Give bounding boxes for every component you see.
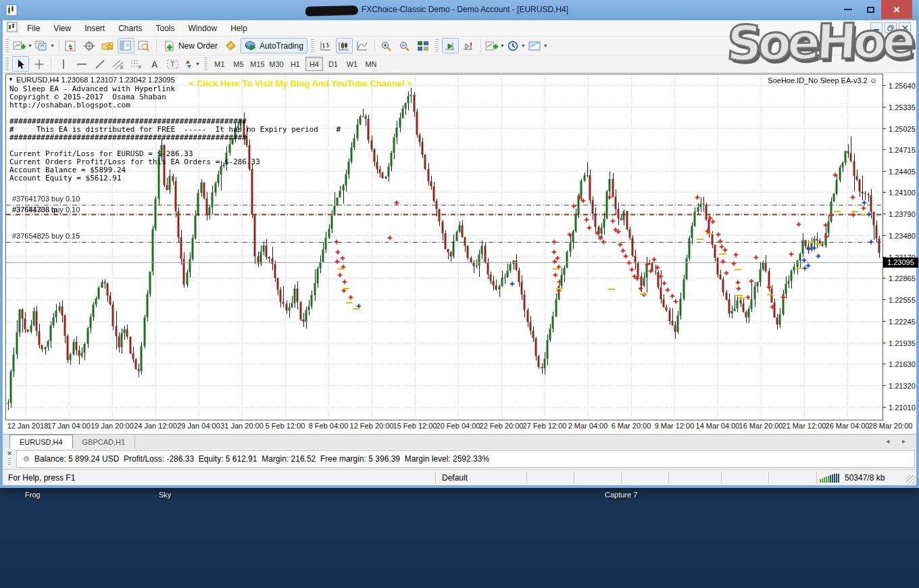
terminal-close-icon[interactable]: ✕ xyxy=(5,450,14,468)
ea-comment-block: No Sleep EA - Advanced with Hyperlink Co… xyxy=(9,85,341,182)
equidistant-channel-button[interactable]: E xyxy=(109,56,126,72)
zoom-out-button[interactable] xyxy=(397,38,414,53)
separator xyxy=(59,39,59,53)
date-tick-label: 26 Mar 04:00 xyxy=(824,422,871,430)
price-tick-label: 1.24715 xyxy=(889,146,916,154)
separator xyxy=(435,472,436,484)
auto-scroll-button[interactable] xyxy=(442,38,459,53)
templates-button[interactable]: ▼ xyxy=(528,38,549,53)
price-tick-mark xyxy=(883,192,886,193)
price-tick-label: 1.23480 xyxy=(889,232,916,240)
redacted-account-scribble xyxy=(305,5,358,16)
data-window-button[interactable] xyxy=(81,38,98,53)
app-icon xyxy=(5,4,18,19)
separator xyxy=(480,39,481,53)
date-tick-label: 19 Jan 20:00 xyxy=(89,422,136,430)
timeframe-d1[interactable]: D1 xyxy=(324,57,342,71)
metaeditor-button[interactable] xyxy=(222,38,239,53)
tile-windows-button[interactable] xyxy=(415,38,432,53)
terminal-balance-row: Balance: 5 899.24 USD Profit/Loss: -286.… xyxy=(16,450,915,468)
new-order-button[interactable]: New Order xyxy=(160,38,221,53)
svg-text:F: F xyxy=(139,65,141,70)
order-label-3: #37654825 buy 0.15 xyxy=(12,232,80,240)
horizontal-line-button[interactable] xyxy=(73,56,90,72)
text-label-button[interactable]: T xyxy=(164,56,181,72)
profiles-button[interactable]: ▼ xyxy=(34,38,55,53)
chevron-down-icon: ▼ xyxy=(28,43,32,48)
menu-item-file[interactable]: File xyxy=(20,22,47,35)
menu-item-help[interactable]: Help xyxy=(224,22,254,35)
toolbar-grip[interactable] xyxy=(435,39,439,53)
one-click-caret-icon[interactable]: ▼ xyxy=(8,76,14,82)
date-tick-label: 5 Feb 12:00 xyxy=(262,422,309,430)
arrows-button[interactable]: ▼ xyxy=(182,56,201,72)
price-tick-label: 1.21010 xyxy=(889,403,916,412)
tab-gbpcad-h1[interactable]: GBPCAD,H1 xyxy=(73,435,136,449)
menu-item-tools[interactable]: Tools xyxy=(149,22,182,35)
zoom-in-button[interactable] xyxy=(378,38,395,53)
chart-shift-button[interactable] xyxy=(460,38,477,53)
timeframe-m30[interactable]: M30 xyxy=(268,57,285,71)
candlestick-chart-button[interactable] xyxy=(336,38,353,53)
price-tick-mark xyxy=(883,107,886,107)
desktop-icon-label-frog[interactable]: Frog xyxy=(25,491,41,499)
timeframe-w1[interactable]: W1 xyxy=(343,57,361,71)
price-tick-label: 1.25025 xyxy=(889,125,916,133)
periods-button[interactable]: ▼ xyxy=(507,38,526,53)
separator xyxy=(156,39,157,53)
timeframe-m15[interactable]: M15 xyxy=(249,57,266,71)
profile-name[interactable]: Default xyxy=(442,473,468,483)
menu-item-window[interactable]: Window xyxy=(182,22,224,35)
separator xyxy=(51,57,51,71)
chevron-down-icon: ▼ xyxy=(50,43,55,48)
order-label-1: #37641703 buy 0.10 xyxy=(12,195,80,203)
date-tick-label: 27 Feb 12:00 xyxy=(521,422,568,430)
text-button[interactable]: A xyxy=(146,56,163,72)
date-axis: 12 Jan 201817 Jan 04:0019 Jan 20:0024 Ja… xyxy=(3,420,916,433)
autotrading-button[interactable]: AutoTrading xyxy=(241,38,307,53)
navigator-button[interactable] xyxy=(99,38,116,53)
tab-eurusd-h4[interactable]: EURUSD,H4 xyxy=(9,435,73,449)
indicators-button[interactable]: ▼ xyxy=(485,38,505,53)
strategy-tester-button[interactable] xyxy=(136,38,153,53)
fibonacci-button[interactable]: F xyxy=(128,56,145,72)
vertical-line-button[interactable] xyxy=(55,56,72,72)
trendline-button[interactable] xyxy=(91,56,108,72)
new-chart-button[interactable]: ▼ xyxy=(12,38,33,53)
cursor-button[interactable] xyxy=(12,56,29,72)
crosshair-button[interactable] xyxy=(30,56,47,72)
timeframe-h4[interactable]: H4 xyxy=(305,57,323,71)
date-tick-label: 29 Jan 04:00 xyxy=(175,422,222,430)
toolbar-grip[interactable] xyxy=(204,57,207,71)
menu-item-insert[interactable]: Insert xyxy=(78,22,111,35)
menu-item-view[interactable]: View xyxy=(47,22,78,35)
tab-scroll-arrows[interactable]: ◂ ▸ xyxy=(886,437,911,445)
terminal-button[interactable] xyxy=(118,38,134,53)
timeframe-m1[interactable]: M1 xyxy=(211,57,228,71)
ea-promo-link[interactable]: < Click Here To Visit My Blog And YouTub… xyxy=(189,78,412,89)
toolbar-grip[interactable] xyxy=(311,39,314,53)
date-tick-label: 12 Jan 2018 xyxy=(4,422,51,430)
price-tick-label: 1.22555 xyxy=(889,296,916,304)
resize-grip[interactable] xyxy=(906,475,916,485)
date-tick-label: 15 Feb 12:00 xyxy=(391,422,439,430)
window-title: FXChoice-Classic Demo - Demo Account - [… xyxy=(362,5,568,14)
price-tick-mark xyxy=(883,171,886,172)
market-watch-button[interactable] xyxy=(63,38,80,53)
desktop-icon-label-sky[interactable]: Sky xyxy=(159,491,171,499)
price-tick-mark xyxy=(883,321,886,322)
toolbar-grip[interactable] xyxy=(5,39,9,53)
timeframe-m5[interactable]: M5 xyxy=(230,57,247,71)
price-tick-label: 1.23790 xyxy=(889,210,916,218)
timeframe-group: M1M5M15M30H1H4D1W1MN xyxy=(210,57,380,71)
menu-item-charts[interactable]: Charts xyxy=(111,22,149,35)
status-bar: For Help, press F1 Default 50347/8 kb xyxy=(3,469,916,485)
separator xyxy=(526,472,527,484)
timeframe-mn[interactable]: MN xyxy=(362,57,380,71)
line-chart-button[interactable] xyxy=(354,38,371,53)
timeframe-h1[interactable]: H1 xyxy=(287,57,304,71)
desktop-icon-label-capture[interactable]: Capture 7 xyxy=(605,491,637,499)
symbol-ohlc-readout: EURUSD,H4 1.23068 1.23107 1.23042 1.2309… xyxy=(16,76,175,84)
bar-chart-button[interactable] xyxy=(318,38,334,53)
toolbar-grip[interactable] xyxy=(5,57,9,71)
